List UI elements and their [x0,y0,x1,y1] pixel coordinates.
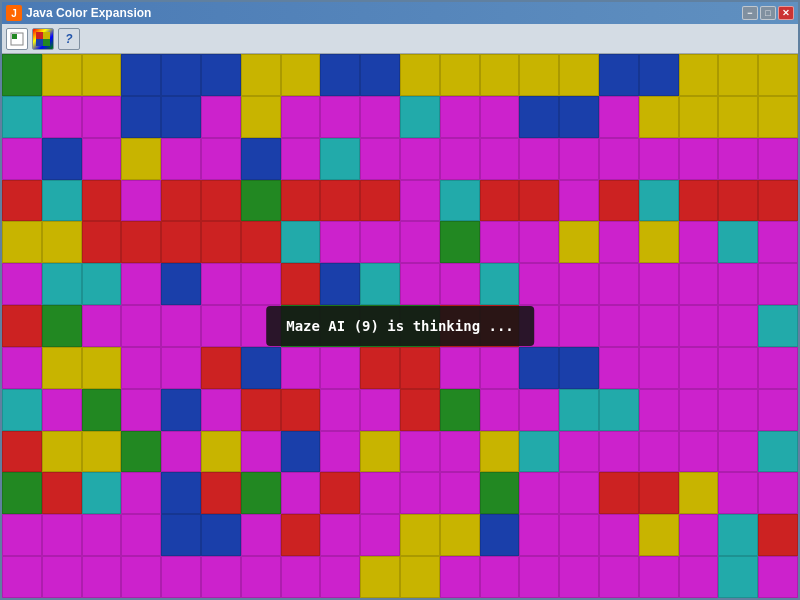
svg-rect-4 [36,39,43,46]
grid-cell [440,138,480,180]
grid-cell [201,472,241,514]
close-button[interactable]: ✕ [778,6,794,20]
grid-cell [718,389,758,431]
grid-cell [718,96,758,138]
grid-cell [758,389,798,431]
grid-cell [241,472,281,514]
window-title: Java Color Expansion [26,6,151,20]
grid-cell [82,431,122,473]
grid-cell [559,431,599,473]
grid-cell [42,347,82,389]
grid-cell [400,180,440,222]
grid-cell [718,305,758,347]
grid-cell [599,472,639,514]
grid-cell [121,54,161,96]
grid-cell [718,347,758,389]
grid-cell [519,54,559,96]
grid-cell [320,221,360,263]
grid-cell [42,96,82,138]
grid-cell [679,347,719,389]
grid-cell [639,54,679,96]
help-button[interactable]: ? [58,28,80,50]
grid-cell [480,347,520,389]
grid-cell [82,556,122,598]
grid-cell [559,389,599,431]
grid-cell [360,54,400,96]
main-window: J Java Color Expansion − □ ✕ ? [0,0,800,600]
grid-cell [82,514,122,556]
grid-cell [480,389,520,431]
grid-cell [480,431,520,473]
grid-cell [679,138,719,180]
grid-cell [82,54,122,96]
grid-cell [82,180,122,222]
grid-cell [599,305,639,347]
grid-cell [519,263,559,305]
maximize-button[interactable]: □ [760,6,776,20]
grid-cell [360,221,400,263]
grid-cell [639,96,679,138]
grid-cell [519,514,559,556]
grid-cell [639,514,679,556]
grid-cell [121,96,161,138]
grid-cell [161,431,201,473]
grid-cell [440,389,480,431]
grid-cell [42,221,82,263]
grid-cell [718,514,758,556]
grid-cell [559,347,599,389]
grid-cell [639,347,679,389]
grid-cell [161,221,201,263]
grid-cell [241,138,281,180]
toolbar-button-2[interactable] [32,28,54,50]
grid-cell [639,138,679,180]
grid-cell [758,138,798,180]
grid-cell [718,556,758,598]
grid-cell [758,556,798,598]
grid-cell [519,96,559,138]
toolbar-button-1[interactable] [6,28,28,50]
grid-cell [42,431,82,473]
grid-cell [281,472,321,514]
grid-cell [42,138,82,180]
grid-cell [480,472,520,514]
grid-cell [519,138,559,180]
grid-cell [161,263,201,305]
grid-cell [679,556,719,598]
grid-cell [519,389,559,431]
grid-cell [599,54,639,96]
grid-cell [679,54,719,96]
grid-cell [241,514,281,556]
grid-cell [320,138,360,180]
grid-cell [82,389,122,431]
grid-cell [42,263,82,305]
grid-cell [2,347,42,389]
grid-cell [2,472,42,514]
grid-cell [281,221,321,263]
grid-cell [2,556,42,598]
grid-cell [599,347,639,389]
grid-cell [519,221,559,263]
grid-cell [360,556,400,598]
grid-cell [559,305,599,347]
grid-cell [400,138,440,180]
minimize-button[interactable]: − [742,6,758,20]
grid-cell [480,263,520,305]
grid-cell [42,556,82,598]
window-icon: J [6,5,22,21]
grid-cell [161,138,201,180]
grid-cell [599,431,639,473]
thinking-message: Maze AI (9) is thinking ... [286,318,514,334]
grid-cell [161,472,201,514]
grid-cell [281,180,321,222]
grid-cell [599,138,639,180]
grid-cell [599,389,639,431]
grid-cell [281,138,321,180]
grid-cell [201,431,241,473]
grid-cell [2,514,42,556]
grid-cell [758,347,798,389]
grid-cell [320,263,360,305]
grid-cell [718,431,758,473]
grid-cell [679,221,719,263]
grid-cell [360,514,400,556]
grid-cell [758,221,798,263]
